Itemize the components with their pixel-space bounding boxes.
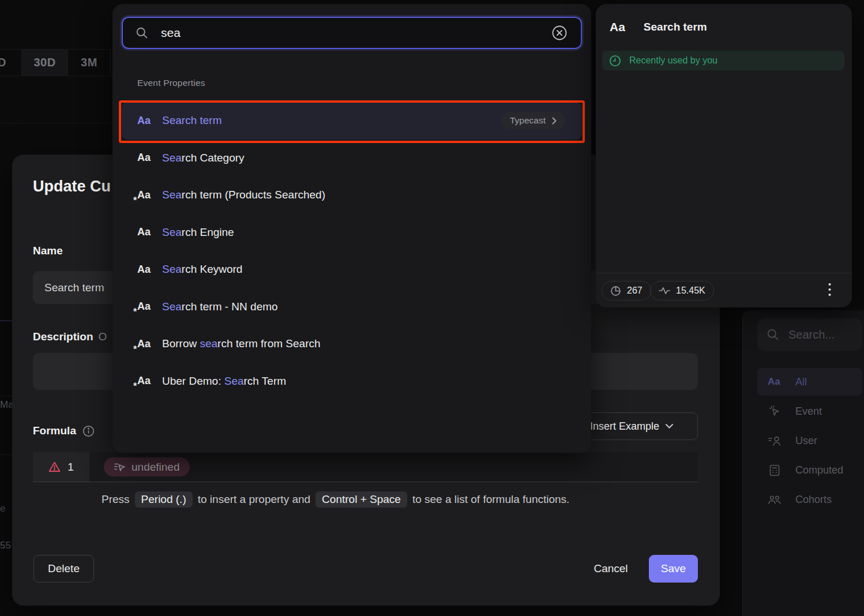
property-search-input[interactable]: sea: [122, 17, 582, 49]
panel-divider: [596, 273, 852, 273]
volume-value: 15.45K: [676, 286, 705, 296]
cardinality-pill[interactable]: 267: [602, 281, 651, 301]
gridline-fragment: [0, 455, 12, 455]
sidebar-item-label: Cohorts: [795, 494, 832, 506]
property-details-panel: Aa Search term Recently used by you 267 …: [596, 4, 852, 307]
optional-hint: O: [99, 330, 107, 343]
formula-header: Formula: [33, 425, 95, 437]
sidebar-item-computed[interactable]: Computed: [757, 456, 862, 484]
warning-icon: [48, 461, 61, 472]
error-count: 1: [67, 461, 74, 474]
property-row[interactable]: Aa*Search term (Products Searched): [122, 176, 582, 214]
computed-icon: [768, 464, 782, 476]
kbd-control-space: Control + Space: [315, 491, 407, 508]
search-icon: [136, 27, 148, 39]
typecast-button[interactable]: Typecast: [501, 112, 565, 129]
undefined-property-chip[interactable]: undefined: [104, 457, 190, 476]
axis-label-partial: e: [0, 503, 5, 514]
name-input-value: Search term: [44, 281, 104, 294]
chevron-down-icon: [666, 424, 673, 429]
time-range-tabs: D 30D 3M: [0, 49, 112, 76]
chevron-right-icon: [552, 117, 557, 125]
recently-used-label: Recently used by you: [629, 55, 718, 66]
volume-pill[interactable]: 15.45K: [650, 281, 714, 301]
name-label: Name: [33, 245, 63, 257]
property-row[interactable]: AaSearch Category: [122, 140, 582, 177]
info-icon[interactable]: [82, 425, 95, 437]
property-row[interactable]: Aa*Borrow search term from Search: [122, 325, 582, 363]
text-property-icon: Aa: [768, 376, 782, 388]
clock-icon: [609, 55, 621, 67]
sidebar-item-label: All: [795, 376, 807, 388]
property-label: Uber Demo: Search Term: [162, 375, 565, 388]
formula-label: Formula: [33, 425, 76, 437]
time-tab-partial[interactable]: D: [0, 50, 22, 76]
description-label: DescriptionO: [33, 330, 107, 343]
text-property-icon: Aa*: [137, 301, 162, 313]
modal-title: Update Cu: [33, 178, 111, 196]
event-icon: [768, 405, 782, 418]
property-label: Search term - NN demo: [162, 301, 565, 313]
chart-line-fragment: [0, 320, 12, 321]
search-query-text: sea: [161, 26, 538, 40]
time-tab-3m[interactable]: 3M: [68, 50, 111, 76]
gridline-fragment: [0, 396, 12, 396]
text-property-icon: Aa: [137, 115, 162, 127]
text-property-icon: Aa*: [137, 375, 162, 387]
property-label: Search Category: [162, 152, 565, 164]
recently-used-badge: Recently used by you: [602, 51, 844, 70]
text-property-icon: Aa: [137, 264, 162, 276]
section-header: Event Properties: [137, 78, 205, 88]
text-property-icon: Aa*: [137, 189, 162, 201]
sidebar-item-label: User: [795, 435, 817, 447]
save-button[interactable]: Save: [649, 555, 698, 583]
panel-title: Search term: [644, 21, 707, 33]
sidebar-item-cohorts[interactable]: Cohorts: [757, 486, 862, 513]
text-property-icon: Aa*: [137, 338, 162, 350]
background-divider: [0, 123, 112, 123]
activity-icon: [659, 287, 670, 295]
property-list: AaSearch termTypecastAaSearch CategoryAa…: [122, 102, 582, 400]
delete-button[interactable]: Delete: [33, 555, 94, 583]
property-label: Search Engine: [162, 226, 565, 239]
sidebar-item-user[interactable]: User: [757, 427, 862, 455]
sidebar-item-all[interactable]: AaAll: [757, 368, 862, 396]
sidebar-search-input[interactable]: Search...: [757, 318, 862, 351]
property-row[interactable]: AaSearch termTypecast: [122, 102, 582, 140]
property-label: Borrow search term from Search: [162, 337, 565, 350]
undefined-chip-label: undefined: [132, 461, 179, 474]
sidebar-search-placeholder: Search...: [788, 328, 835, 341]
property-label: Search Keyword: [162, 263, 565, 276]
custom-property-icon: [114, 463, 126, 471]
panel-header: Aa Search term: [610, 20, 707, 34]
property-label: Search term (Products Searched): [162, 189, 565, 201]
sidebar-item-event[interactable]: Event: [757, 397, 862, 425]
cardinality-value: 267: [627, 286, 643, 296]
axis-label-number: 55: [0, 540, 11, 551]
insert-example-label: Insert Example: [590, 420, 659, 433]
text-property-icon: Aa: [137, 226, 162, 238]
text-property-icon: Aa: [610, 20, 625, 34]
cancel-button[interactable]: Cancel: [590, 555, 632, 583]
search-icon: [767, 328, 779, 341]
property-row[interactable]: AaSearch Engine: [122, 214, 582, 251]
text-property-icon: Aa: [137, 152, 162, 164]
property-row[interactable]: AaSearch Keyword: [122, 251, 582, 288]
pie-chart-icon: [610, 286, 621, 296]
property-label: Search term: [162, 114, 501, 127]
formula-editor[interactable]: 1 undefined: [33, 452, 698, 482]
kbd-period: Period (.): [135, 491, 193, 508]
cohorts-icon: [768, 494, 782, 505]
user-icon: [768, 435, 782, 446]
clear-search-icon[interactable]: [551, 24, 568, 42]
typecast-label: Typecast: [510, 115, 546, 126]
property-row[interactable]: Aa*Search term - NN demo: [122, 288, 582, 326]
time-tab-30d[interactable]: 30D: [22, 50, 68, 76]
more-options-icon[interactable]: [822, 282, 837, 297]
property-type-sidebar: Search... AaAllEventUserComputedCohorts: [742, 310, 864, 616]
property-search-dropdown: sea Event Properties AaSearch termTypeca…: [112, 4, 591, 453]
property-row[interactable]: Aa*Uber Demo: Search Term: [122, 363, 582, 400]
sidebar-item-label: Computed: [795, 464, 843, 476]
error-count-badge: 1: [33, 452, 89, 482]
sidebar-item-label: Event: [795, 405, 822, 418]
